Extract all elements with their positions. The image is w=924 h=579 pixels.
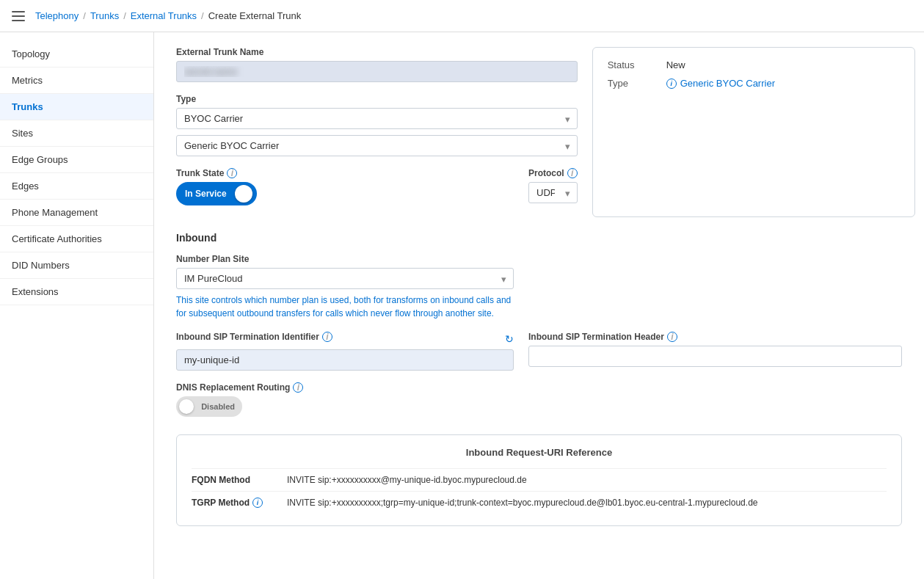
top-section: External Trunk Name Type BYOC Carrier Ge…: [176, 47, 902, 217]
breadcrumb-sep-2: /: [123, 10, 126, 21]
fqdn-label: FQDN Method: [192, 475, 287, 485]
trunk-state-thumb: [235, 185, 252, 203]
breadcrumb-telephony[interactable]: Telephony: [35, 10, 79, 21]
status-key-type: Type: [608, 78, 666, 89]
trunk-state-protocol-row: Trunk State i In Service Protocol: [176, 168, 578, 205]
dnis-info-icon[interactable]: i: [293, 382, 303, 393]
status-val-status: New: [666, 59, 685, 70]
external-trunk-name-label: External Trunk Name: [176, 47, 578, 57]
sidebar-item-topology[interactable]: Topology: [0, 41, 153, 68]
protocol-info-icon[interactable]: i: [567, 168, 578, 178]
protocol-label: Protocol i: [528, 168, 578, 178]
type-select-byoc[interactable]: BYOC Carrier: [176, 108, 578, 129]
sip-termination-id-label: Inbound SIP Termination Identifier i: [176, 332, 332, 342]
number-plan-site-group: Number Plan Site IM PureCloud This site …: [176, 254, 514, 320]
sidebar-item-phone-management[interactable]: Phone Management: [0, 200, 153, 226]
dnis-label: DNIS Replacement Routing i: [176, 382, 902, 393]
tgrp-value: INVITE sip:+xxxxxxxxxx;tgrp=my-unique-id…: [287, 498, 757, 508]
status-row-status: Status New: [608, 59, 900, 70]
sidebar: Topology Metrics Trunks Sites Edge Group…: [0, 32, 154, 579]
dnis-toggle[interactable]: Disabled: [176, 396, 242, 417]
breadcrumb-trunks[interactable]: Trunks: [90, 10, 119, 21]
dnis-group: DNIS Replacement Routing i Disabled: [176, 382, 902, 417]
reference-card-title: Inbound Request-URI Reference: [192, 447, 887, 458]
sip-header-info-icon[interactable]: i: [667, 332, 677, 342]
protocol-group: Protocol i UDP: [528, 168, 578, 203]
reference-card: Inbound Request-URI Reference FQDN Metho…: [176, 434, 902, 526]
tgrp-label: TGRP Method i: [192, 498, 287, 508]
dnis-thumb: [179, 399, 194, 414]
number-plan-site-select[interactable]: IM PureCloud: [176, 268, 514, 289]
left-form: External Trunk Name Type BYOC Carrier Ge…: [176, 47, 578, 217]
sip-refresh-icon[interactable]: ↻: [505, 333, 514, 345]
sidebar-item-certificate-authorities[interactable]: Certificate Authorities: [0, 226, 153, 252]
breadcrumb-sep-1: /: [83, 10, 86, 21]
external-trunk-name-group: External Trunk Name: [176, 47, 578, 82]
type-select-wrapper-1: BYOC Carrier: [176, 108, 578, 129]
tgrp-row: TGRP Method i INVITE sip:+xxxxxxxxxx;tgr…: [192, 491, 887, 514]
fqdn-value: INVITE sip:+xxxxxxxxxx@my-unique-id.byoc…: [287, 475, 527, 485]
sidebar-item-edges[interactable]: Edges: [0, 173, 153, 200]
status-row-type: Type i Generic BYOC Carrier: [608, 78, 900, 89]
status-type-link[interactable]: Generic BYOC Carrier: [680, 78, 775, 89]
sidebar-item-extensions[interactable]: Extensions: [0, 279, 153, 305]
status-card: Status New Type i Generic BYOC Carrier: [592, 47, 915, 217]
protocol-select-wrapper: UDP: [528, 182, 578, 203]
inbound-section: Inbound Number Plan Site IM PureCloud Th…: [176, 232, 902, 526]
inbound-title: Inbound: [176, 232, 902, 244]
sip-termination-header-input[interactable]: [528, 346, 902, 367]
fqdn-row: FQDN Method INVITE sip:+xxxxxxxxxx@my-un…: [192, 468, 887, 491]
sip-label-row: Inbound SIP Termination Identifier i ↻: [176, 332, 514, 346]
breadcrumb-sep-3: /: [201, 10, 204, 21]
hamburger-icon[interactable]: [12, 11, 25, 21]
type-select-wrapper-2: Generic BYOC Carrier: [176, 135, 578, 156]
type-group: Type BYOC Carrier Generic BYOC Carrier: [176, 94, 578, 156]
trunk-state-label: Trunk State i: [176, 168, 514, 178]
sidebar-item-did-numbers[interactable]: DID Numbers: [0, 252, 153, 279]
protocol-select[interactable]: UDP: [528, 182, 578, 203]
trunk-state-info-icon[interactable]: i: [227, 168, 237, 178]
breadcrumb-current: Create External Trunk: [208, 10, 301, 21]
sidebar-item-edge-groups[interactable]: Edge Groups: [0, 147, 153, 173]
main-content: External Trunk Name Type BYOC Carrier Ge…: [154, 32, 924, 579]
layout: Topology Metrics Trunks Sites Edge Group…: [0, 32, 924, 579]
status-key-status: Status: [608, 59, 666, 70]
number-plan-site-label: Number Plan Site: [176, 254, 514, 264]
status-type-info-icon[interactable]: i: [666, 79, 677, 89]
sip-id-info-icon[interactable]: i: [322, 332, 332, 342]
type-select-generic[interactable]: Generic BYOC Carrier: [176, 135, 578, 156]
tgrp-info-icon[interactable]: i: [252, 498, 263, 508]
type-label: Type: [176, 94, 578, 104]
breadcrumb: Telephony / Trunks / External Trunks / C…: [35, 10, 301, 21]
sidebar-item-sites[interactable]: Sites: [0, 120, 153, 147]
sidebar-item-metrics[interactable]: Metrics: [0, 68, 153, 94]
topbar: Telephony / Trunks / External Trunks / C…: [0, 0, 924, 32]
sip-termination-header-label: Inbound SIP Termination Header i: [528, 332, 902, 342]
sip-termination-id-group: Inbound SIP Termination Identifier i ↻: [176, 332, 514, 371]
trunk-state-toggle[interactable]: In Service: [176, 182, 257, 205]
trunk-state-on-label: In Service: [185, 189, 227, 199]
sip-termination-id-input[interactable]: [176, 349, 514, 371]
breadcrumb-external-trunks[interactable]: External Trunks: [131, 10, 197, 21]
external-trunk-name-input[interactable]: [176, 61, 578, 82]
number-plan-site-wrapper: IM PureCloud: [176, 268, 514, 289]
dnis-off-label: Disabled: [201, 402, 235, 411]
sidebar-item-trunks[interactable]: Trunks: [0, 94, 153, 120]
trunk-state-group: Trunk State i In Service: [176, 168, 514, 205]
status-val-type: i Generic BYOC Carrier: [666, 78, 775, 89]
sip-termination-header-group: Inbound SIP Termination Header i: [528, 332, 902, 367]
sip-row: Inbound SIP Termination Identifier i ↻ I…: [176, 332, 902, 371]
number-plan-hint: This site controls which number plan is …: [176, 294, 514, 320]
